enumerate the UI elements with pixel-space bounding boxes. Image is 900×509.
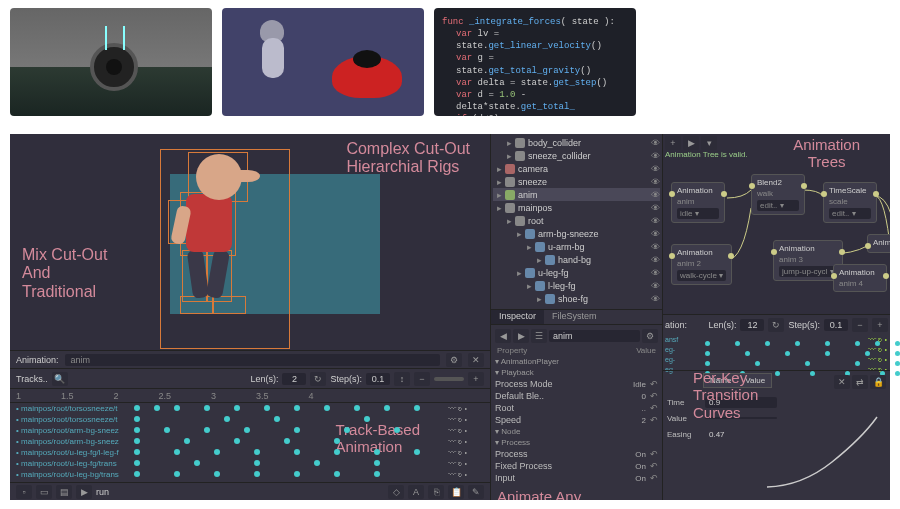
tab-inspector[interactable]: Inspector	[491, 310, 544, 324]
loop-icon[interactable]: ↻	[310, 372, 326, 386]
anim-select[interactable]: run	[96, 487, 216, 497]
open-anim-icon[interactable]: ▭	[36, 485, 52, 499]
tree-item[interactable]: ▸u-leg-fg👁	[493, 266, 660, 279]
rt-track-row[interactable]: ansf〰 ↻ ▸	[665, 335, 888, 344]
inspector-object[interactable]: anim	[549, 330, 640, 342]
inspector-tabs: Inspector FileSystem	[491, 309, 662, 325]
thumbnail-car-physics	[10, 8, 212, 116]
track-row[interactable]: • mainpos/root/torsosneeze/t〰 ↻ ▸	[16, 414, 484, 425]
property-row[interactable]: Process ModeIdle↶	[493, 378, 660, 390]
animation-title: Animation:	[16, 355, 59, 365]
rt-zoom-in[interactable]: +	[872, 318, 888, 332]
track-row[interactable]: • mainpos/root/u-leg-fg/trans〰 ↻ ▸	[16, 458, 484, 469]
label-complex-rigs: Complex Cut-OutHierarchial Rigs	[346, 140, 470, 177]
tree-item[interactable]: ▸l-leg-fg👁	[493, 279, 660, 292]
add-node-icon[interactable]: +	[665, 136, 681, 150]
autoplay-icon[interactable]: A	[408, 485, 424, 499]
tree-menu-icon[interactable]: ▾	[701, 136, 717, 150]
animation-tree-editor[interactable]: + ▶ ▾ Animation Tree is valid. Animation…	[663, 134, 890, 314]
length-input[interactable]: 2	[282, 373, 306, 385]
label-animate-any: Animate AnyProperty	[497, 488, 660, 500]
copy-icon[interactable]: ⎘	[428, 485, 444, 499]
step-input[interactable]: 0.1	[366, 373, 390, 385]
tree-status: Animation Tree is valid.	[665, 150, 748, 159]
label-mix-cutout: Mix Cut-OutAndTraditional	[22, 246, 107, 301]
tracks-area[interactable]: Track-BasedAnimation • mainpos/root/tors…	[10, 403, 490, 482]
fwd-icon[interactable]: ▶	[513, 329, 529, 343]
graph-node[interactable]: Animati	[867, 234, 890, 253]
play-tree-icon[interactable]: ▶	[683, 136, 699, 150]
rt-loop-icon[interactable]: ↻	[768, 318, 784, 332]
rt-track-row[interactable]: eg-〰 ↻ ▸	[665, 345, 888, 354]
curve-swap-icon[interactable]: ⇄	[852, 375, 868, 389]
tree-item[interactable]: ▸body_collider👁	[493, 136, 660, 149]
graph-node[interactable]: Animationanim 4	[833, 264, 887, 292]
tab-filesystem[interactable]: FileSystem	[544, 310, 605, 324]
tree-item[interactable]: ▸hand-bg👁	[493, 253, 660, 266]
tree-item[interactable]: ▸u-arm-bg👁	[493, 240, 660, 253]
tree-item[interactable]: ▸mainpos👁	[493, 201, 660, 214]
gear-icon[interactable]: ⚙	[642, 329, 658, 343]
tree-item[interactable]: ▸arm-bg-sneeze👁	[493, 227, 660, 240]
tree-item[interactable]: ▸sneeze👁	[493, 175, 660, 188]
curve-close-icon[interactable]: ✕	[834, 375, 850, 389]
rt-step-input[interactable]: 0.1	[824, 319, 848, 331]
viewport-2d[interactable]: Complex Cut-OutHierarchial Rigs Mix Cut-…	[10, 134, 490, 350]
secondary-timeline: ation: Len(s): 12 ↻ Step(s): 0.1 − + ans…	[663, 314, 890, 370]
tree-item[interactable]: ▸root👁	[493, 214, 660, 227]
easing-curve-graph[interactable]	[762, 412, 882, 492]
key-popup: NameValue	[703, 373, 772, 388]
tree-item[interactable]: ▸anim👁	[493, 188, 660, 201]
track-row[interactable]: • mainpos/root/arm-bg-sneez〰 ↻ ▸	[16, 425, 484, 436]
scene-tree[interactable]: ▸body_collider👁▸sneeze_collider👁▸camera👁…	[491, 134, 662, 309]
edit-icon[interactable]: ✎	[468, 485, 484, 499]
property-row[interactable]: Speed2↶	[493, 414, 660, 426]
track-row[interactable]: • mainpos/root/torsosneeze/t〰 ↻ ▸	[16, 403, 484, 414]
property-row[interactable]: InputOn↶	[493, 472, 660, 484]
zoom-slider[interactable]	[434, 377, 464, 381]
track-row[interactable]: • mainpos/root/transform/pos〰 ↻ ▸	[16, 480, 484, 482]
graph-node[interactable]: TimeScalescaleedit.. ▾	[823, 182, 877, 223]
tree-item[interactable]: ▸camera👁	[493, 162, 660, 175]
anim-tool-icon[interactable]: ⚙	[446, 353, 462, 367]
property-row[interactable]: Default Ble..0↶	[493, 390, 660, 402]
timeline-ruler[interactable]: 11.522.533.54	[10, 389, 490, 403]
label-animation-trees: AnimationTrees	[793, 136, 860, 171]
thumbnail-code: func _integrate_forces( state ): var lv …	[434, 8, 636, 116]
rt-len-input[interactable]: 12	[740, 319, 764, 331]
property-row[interactable]: ProcessOn↶	[493, 448, 660, 460]
back-icon[interactable]: ◀	[495, 329, 511, 343]
zoom-out-icon[interactable]: −	[414, 372, 430, 386]
anim-close-icon[interactable]: ✕	[468, 353, 484, 367]
history-icon[interactable]: ☰	[531, 329, 547, 343]
graph-node[interactable]: Blend2walkedit.. ▾	[751, 174, 805, 215]
new-anim-icon[interactable]: ▫	[16, 485, 32, 499]
search-icon[interactable]: 🔍	[52, 372, 68, 386]
curve-lock-icon[interactable]: 🔒	[870, 375, 886, 389]
rt-track-row[interactable]: eg-〰 ↻ ▸	[665, 355, 888, 364]
property-row[interactable]: Fixed ProcessOn↶	[493, 460, 660, 472]
tree-item[interactable]: ▸shoe-fg👁	[493, 292, 660, 305]
rt-zoom-out[interactable]: −	[852, 318, 868, 332]
paste-icon[interactable]: 📋	[448, 485, 464, 499]
track-row[interactable]: • mainpos/root/arm-bg-sneez〰 ↻ ▸	[16, 436, 484, 447]
time-input[interactable]: 0.9	[705, 397, 777, 408]
key-icon[interactable]: ◇	[388, 485, 404, 499]
property-row[interactable]: Root..↶	[493, 402, 660, 414]
animation-panel: Animation: anim ⚙ ✕ Tracks.. 🔍 Len(s): 2…	[10, 350, 490, 500]
play-icon[interactable]: ▶	[76, 485, 92, 499]
track-row[interactable]: • mainpos/root/u-leg-fg/l-leg-f〰 ↻ ▸	[16, 447, 484, 458]
graph-node[interactable]: Animationanim 2walk-cycle ▾	[671, 244, 732, 285]
animation-name-field[interactable]: anim	[65, 354, 440, 366]
graph-node[interactable]: Animationanimidle ▾	[671, 182, 725, 223]
zoom-in-icon[interactable]: +	[468, 372, 484, 386]
editor-screenshot: Complex Cut-OutHierarchial Rigs Mix Cut-…	[10, 134, 890, 500]
thumbnail-3d-characters	[222, 8, 424, 116]
tree-item[interactable]: ▸sneeze_collider👁	[493, 149, 660, 162]
inspector-panel: ◀ ▶ ☰ anim ⚙ PropertyValue ▾ AnimationPl…	[491, 325, 662, 500]
cursor-icon[interactable]: ↕	[394, 372, 410, 386]
save-anim-icon[interactable]: ▤	[56, 485, 72, 499]
tracks-label: Tracks..	[16, 374, 48, 384]
thumbnails-row: func _integrate_forces( state ): var lv …	[0, 0, 900, 124]
track-row[interactable]: • mainpos/root/u-leg-bg/trans〰 ↻ ▸	[16, 469, 484, 480]
